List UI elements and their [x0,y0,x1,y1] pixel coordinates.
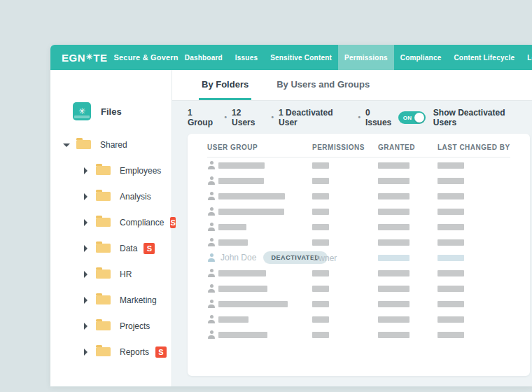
chevron-right-icon[interactable] [83,349,90,356]
column-header: LAST CHANGED BY [438,144,510,151]
last-changed-placeholder-bar [438,301,464,307]
last-changed-cell [438,236,510,248]
name-placeholder-bar [218,162,265,169]
name-placeholder-bar [218,239,248,246]
tab-by-folders[interactable]: By Folders [199,70,251,100]
granted-cell [378,159,438,172]
last-changed-placeholder-bar [438,193,464,200]
granted-cell [378,313,438,326]
permission-placeholder-bar [312,209,329,215]
person-icon [207,284,216,293]
nav-item-legal-holds[interactable]: Legal Holds [521,45,532,70]
toggle-on-label: ON [403,115,412,121]
bullet-separator: • [272,113,274,121]
granted-placeholder-bar [378,255,410,261]
chevron-down-icon[interactable] [63,141,70,148]
person-icon [207,223,216,231]
nav-item-issues[interactable]: Issues [229,45,264,70]
permission-placeholder-bar [312,270,329,276]
tree-item-label: Shared [100,140,127,150]
folder-icon [96,270,111,279]
table-row[interactable] [207,234,510,250]
last-changed-cell [438,174,510,187]
user-cell [207,223,312,231]
granted-placeholder-bar [378,270,410,276]
granted-cell [378,190,438,202]
chevron-right-icon[interactable] [83,219,90,226]
granted-cell [378,220,438,233]
nav-item-compliance[interactable]: Compliance [394,45,448,70]
table-row[interactable] [207,219,510,234]
tree-item-data[interactable]: DataS [50,235,172,261]
granted-placeholder-bar [378,301,410,307]
nav-item-sensitive-content[interactable]: Sensitive Content [264,45,338,70]
sidebar-item-files[interactable]: ✳ Files [50,102,172,120]
table-row[interactable] [207,312,510,327]
folder-sidebar: ✳ Files SharedEmployeesAnalysisComplianc… [50,70,172,386]
tree-item-hr[interactable]: HR [50,261,172,287]
tree-item-shared[interactable]: Shared [50,132,172,158]
tree-item-label: Reports [120,347,149,357]
granted-cell [378,174,438,187]
granted-cell [378,251,438,264]
user-cell [207,176,312,185]
show-deactivated-label: Show Deactivated Users [433,108,530,127]
sensitive-badge: S [144,243,155,254]
user-name: John Doe [220,253,256,262]
show-deactivated-toggle[interactable]: ON [398,111,426,124]
last-changed-placeholder-bar [438,239,464,246]
tree-item-marketing[interactable]: Marketing [50,287,172,313]
granted-placeholder-bar [378,286,410,292]
nav-item-content-lifecycle[interactable]: Content Lifecycle [447,45,521,70]
table-row[interactable] [207,204,510,219]
chevron-right-icon[interactable] [83,297,90,304]
tree-item-employees[interactable]: Employees [50,158,172,183]
folder-icon [96,347,111,356]
name-placeholder-bar [218,286,267,292]
chevron-right-icon[interactable] [83,271,90,278]
name-placeholder-bar [218,193,285,200]
table-row[interactable] [207,281,510,296]
last-changed-placeholder-bar [438,286,464,292]
folder-icon [96,166,111,175]
granted-placeholder-bar [378,224,410,230]
last-changed-cell [438,282,510,295]
permission-placeholder-bar [312,162,329,169]
granted-placeholder-bar [378,239,410,246]
nav-item-permissions[interactable]: Permissions [338,45,394,70]
granted-placeholder-bar [378,162,410,169]
user-cell [207,284,312,293]
nav-item-dashboard[interactable]: Dashboard [178,45,229,70]
tree-item-reports[interactable]: ReportsS [50,339,172,365]
tree-item-compliance[interactable]: ComplianceS [50,209,172,235]
permissions-cell [312,267,378,279]
table-row[interactable] [207,188,510,204]
chevron-right-icon[interactable] [83,245,90,252]
table-row[interactable] [207,173,510,188]
chevron-right-icon[interactable] [83,323,90,330]
table-row[interactable] [207,296,510,312]
files-drive-icon: ✳ [73,102,91,120]
person-icon [207,176,216,185]
tree-item-analysis[interactable]: Analysis [50,183,172,209]
last-changed-cell [438,298,510,310]
table-row[interactable] [207,265,510,281]
summary-part: 0 Issues [365,108,398,127]
summary-text: 1 Group•12 Users•1 Deactivated User•0 Is… [188,108,398,127]
chevron-right-icon[interactable] [83,193,90,200]
person-icon [207,315,216,323]
name-placeholder-bar [218,332,267,338]
permission-placeholder-bar [312,301,329,307]
name-placeholder-bar [218,316,248,323]
folder-icon [96,244,111,253]
tab-by-users-and-groups[interactable]: By Users and Groups [274,70,372,100]
tree-item-projects[interactable]: Projects [50,313,172,339]
table-row[interactable]: John DoeDEACTIVATEDOwner [207,250,510,265]
user-cell [207,315,312,323]
table-row[interactable] [207,158,510,173]
table-row[interactable] [207,327,510,342]
chevron-right-icon[interactable] [83,167,90,174]
top-nav: EGN✳TE Secure & Govern DashboardIssuesSe… [50,45,532,70]
last-changed-cell [438,205,510,218]
permissions-cell [312,190,378,202]
